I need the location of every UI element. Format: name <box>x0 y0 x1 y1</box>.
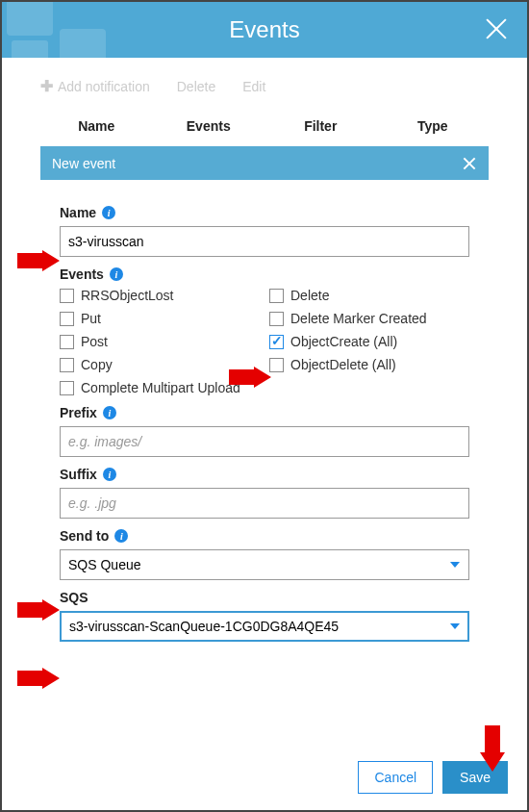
checkbox-completemultipart[interactable] <box>60 381 74 395</box>
add-notification-label: Add notification <box>58 79 150 94</box>
close-new-event-icon[interactable] <box>462 156 477 171</box>
checkbox-label: Delete <box>290 288 329 303</box>
toolbar: ✚ Add notification Delete Edit <box>2 58 527 109</box>
th-name: Name <box>40 118 153 134</box>
sqs-select[interactable]: s3-virusscan-ScanQueue-1CG0DG8A4QE45 <box>60 611 469 642</box>
add-notification-button[interactable]: ✚ Add notification <box>40 77 150 95</box>
info-icon[interactable]: i <box>110 267 123 281</box>
suffix-input[interactable] <box>60 488 469 519</box>
info-icon[interactable]: i <box>102 206 115 219</box>
cancel-button[interactable]: Cancel <box>358 761 433 794</box>
svg-rect-0 <box>7 2 53 36</box>
svg-rect-1 <box>12 40 48 58</box>
checkbox-objectdelete-all[interactable] <box>269 358 284 372</box>
checkbox-delete[interactable] <box>269 289 284 303</box>
checkbox-copy[interactable] <box>60 358 74 372</box>
info-icon[interactable]: i <box>103 406 116 419</box>
new-event-bar: New event <box>40 146 489 180</box>
table-header: Name Events Filter Type <box>2 109 527 146</box>
checkbox-deletemarker[interactable] <box>269 312 284 326</box>
modal-title: Events <box>229 16 299 43</box>
checkbox-label: RRSObjectLost <box>81 288 173 303</box>
info-icon[interactable]: i <box>103 468 116 481</box>
th-events: Events <box>153 118 265 134</box>
svg-marker-6 <box>17 668 60 689</box>
events-checkbox-grid: RRSObjectLost Delete Put Delete Marker C… <box>60 288 469 395</box>
prefix-input[interactable] <box>60 426 469 457</box>
name-input[interactable] <box>60 226 469 257</box>
events-label: Events <box>60 266 104 282</box>
footer: Cancel Save <box>358 761 508 794</box>
prefix-label: Prefix <box>60 405 97 420</box>
sqs-label: SQS <box>60 590 88 605</box>
events-modal: Events ✚ Add notification Delete Edit Na… <box>0 0 529 812</box>
annotation-arrow-icon <box>17 668 60 689</box>
checkbox-label: Copy <box>81 357 113 372</box>
edit-button[interactable]: Edit <box>242 77 265 95</box>
th-type: Type <box>377 118 490 134</box>
info-icon[interactable]: i <box>114 529 128 543</box>
suffix-label: Suffix <box>60 467 97 482</box>
checkbox-label: Post <box>81 334 108 349</box>
checkbox-label: Put <box>81 311 101 326</box>
delete-button[interactable]: Delete <box>177 77 215 95</box>
header-decoration <box>2 2 127 58</box>
checkbox-label: Complete Multipart Upload <box>81 380 240 395</box>
svg-rect-2 <box>60 29 106 58</box>
checkbox-label: ObjectCreate (All) <box>290 334 397 349</box>
th-filter: Filter <box>264 118 377 134</box>
event-form: Name i Events i RRSObjectLost Delete Put… <box>2 180 527 642</box>
sendto-label: Send to <box>60 528 109 544</box>
new-event-label: New event <box>52 156 115 171</box>
plus-icon: ✚ <box>40 77 53 95</box>
close-icon[interactable] <box>483 15 510 42</box>
sendto-select[interactable]: SQS Queue <box>60 549 469 580</box>
name-label: Name <box>60 205 96 220</box>
checkbox-label: Delete Marker Created <box>290 311 427 326</box>
checkbox-put[interactable] <box>60 312 74 326</box>
save-button[interactable]: Save <box>442 761 508 794</box>
checkbox-post[interactable] <box>60 335 74 349</box>
modal-header: Events <box>2 2 527 58</box>
checkbox-objectcreate-all[interactable] <box>269 335 284 349</box>
checkbox-label: ObjectDelete (All) <box>290 357 396 372</box>
checkbox-rrsobjectlost[interactable] <box>60 289 74 303</box>
